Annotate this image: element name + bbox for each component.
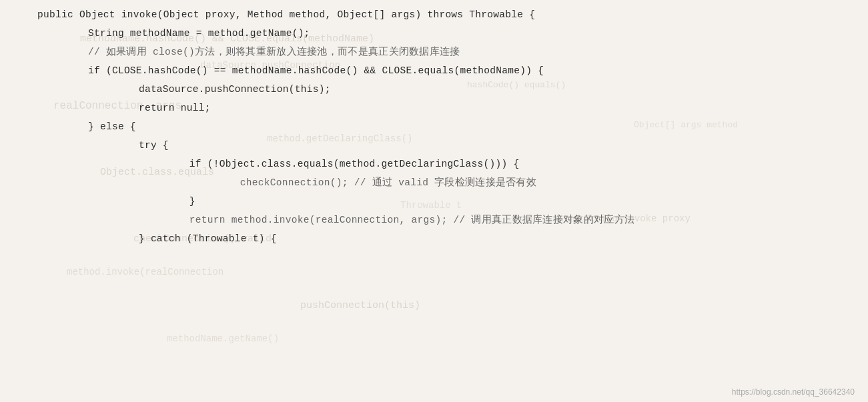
code-text-3: // 如果调用 close()方法，则将其重新放入连接池，而不是真正关闭数据库连… [0,45,460,60]
code-line-2: String methodName = method.getName(); [0,25,868,44]
code-text-7: } else { [0,119,136,135]
code-text-8: try { [0,138,169,153]
code-line-9: if (!Object.class.equals(method.getDecla… [0,156,868,175]
watermark-8: method.invoke(realConnection [67,267,224,277]
code-line-10: checkConnection(); // 通过 valid 字段检测连接是否有… [0,175,868,193]
code-text-11: } [0,194,195,209]
watermark-10: methodName.getName() [167,333,279,344]
code-line-8: try { [0,137,868,156]
watermark-9: pushConnection(this) [300,300,420,311]
footer-url: https://blog.csdn.net/qq_36642340 [732,387,855,397]
code-text-12: return method.invoke(realConnection, arg… [0,213,634,228]
code-text-9: if (!Object.class.equals(method.getDecla… [0,157,519,172]
code-line-4: if (CLOSE.hashCode() == methodName.hashC… [0,63,868,81]
code-text-1: public Object invoke(Object proxy, Metho… [0,7,535,23]
code-text-10: checkConnection(); // 通过 valid 字段检测连接是否有… [0,175,536,191]
code-text-13: } catch (Throwable t) { [0,231,277,247]
code-text-6: return null; [0,101,211,116]
code-line-1: public Object invoke(Object proxy, Metho… [0,7,868,25]
code-line-3: // 如果调用 close()方法，则将其重新放入连接池，而不是真正关闭数据库连… [0,44,868,63]
code-line-5: dataSource.pushConnection(this); [0,81,868,100]
code-text-4: if (CLOSE.hashCode() == methodName.hashC… [0,63,544,79]
code-line-13: } catch (Throwable t) { [0,231,868,249]
code-text-5: dataSource.pushConnection(this); [0,82,331,97]
code-text-2: String methodName = method.getName(); [0,26,310,41]
code-line-11: } [0,193,868,212]
code-line-6: return null; [0,100,868,119]
code-block: public Object invoke(Object proxy, Metho… [0,7,868,249]
code-line-7: } else { [0,119,868,137]
code-container: methodName.hashCode() && CLOSE.equals(me… [0,0,868,402]
code-line-12: return method.invoke(realConnection, arg… [0,212,868,231]
